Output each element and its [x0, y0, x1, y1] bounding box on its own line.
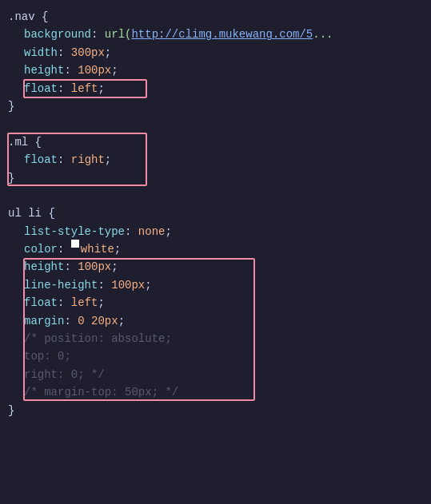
- code-line-20: top: 0;: [0, 347, 431, 365]
- code-line-7: [0, 115, 431, 133]
- code-line-23: }: [0, 402, 431, 419]
- code-line-14: color: white;: [0, 240, 431, 258]
- code-line-18: margin: 0 20px;: [0, 312, 431, 330]
- code-line-22: /* margin-top: 50px; */: [0, 383, 431, 401]
- code-line-5: float: left;: [0, 80, 431, 97]
- code-line-21: right: 0; */: [0, 366, 431, 383]
- code-editor: .nav { background: url(http://climg.muke…: [0, 0, 431, 427]
- code-line-10: }: [0, 169, 431, 187]
- selector-nav: .nav {: [8, 8, 48, 26]
- code-line-15: height: 100px;: [0, 258, 431, 276]
- code-line-3: width: 300px;: [0, 44, 431, 62]
- color-swatch-white: [71, 240, 79, 248]
- code-line-9: float: right;: [0, 151, 431, 169]
- code-line-12: ul li {: [0, 204, 431, 222]
- code-line-2: background: url(http://climg.mukewang.co…: [0, 26, 431, 43]
- code-line-19: /* position: absolute;: [0, 330, 431, 347]
- code-line-8: .ml {: [0, 133, 431, 151]
- code-line-6: }: [0, 97, 431, 115]
- code-line-1: .nav {: [0, 8, 431, 26]
- code-line-17: float: left;: [0, 294, 431, 312]
- code-line-4: height: 100px;: [0, 62, 431, 79]
- code-line-13: list-style-type: none;: [0, 223, 431, 240]
- code-line-11: [0, 187, 431, 204]
- code-line-16: line-height: 100px;: [0, 276, 431, 294]
- property-background: background: [24, 26, 91, 43]
- url-link[interactable]: http://climg.mukewang.com/5: [131, 26, 313, 43]
